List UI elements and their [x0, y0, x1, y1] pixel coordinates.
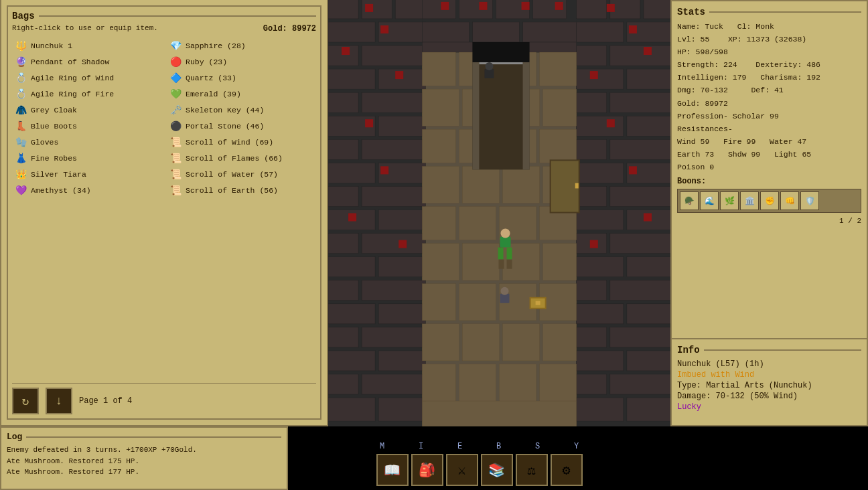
svg-rect-73 [577, 351, 624, 371]
item-icon: 🔱 [14, 39, 27, 52]
info-type: Type: Martial Arts (Nunchuk) [677, 381, 861, 390]
svg-rect-33 [378, 304, 425, 324]
item-name: Nunchuk 1 [31, 42, 72, 50]
svg-rect-30 [328, 280, 358, 301]
svg-rect-120 [462, 166, 499, 203]
svg-rect-79 [422, 0, 455, 19]
list-item[interactable]: 💚Emerald (39) [167, 86, 316, 102]
svg-rect-91 [365, 119, 373, 127]
info-panel: Info Nunchuk (L57) (1h) Imbued with Wind… [670, 339, 868, 426]
list-item[interactable]: 💜Amethyst (34) [12, 182, 161, 198]
stat-lvl-xp: Lvl: 55 XP: 11373 (32638) [677, 34, 861, 45]
svg-rect-19 [362, 139, 425, 159]
list-item[interactable]: 🧥Grey Cloak [12, 102, 161, 118]
boon-icon-7[interactable]: 🛡️ [800, 191, 819, 210]
svg-rect-41 [378, 398, 425, 421]
svg-rect-141 [500, 364, 536, 401]
svg-rect-106 [555, 2, 563, 10]
list-item[interactable]: 👗Fine Robes [12, 150, 161, 166]
refresh-button[interactable]: ↻ [12, 388, 39, 414]
hotbar-btn-b[interactable]: 📚 [481, 454, 513, 486]
hotbar-btn-y[interactable]: ⚙️ [551, 454, 583, 486]
hotbar-btn-e[interactable]: ⚔️ [446, 454, 478, 486]
svg-rect-40 [328, 398, 375, 421]
list-item[interactable]: 👢Blue Boots [12, 118, 161, 134]
item-name: Blue Boots [31, 122, 77, 131]
list-item[interactable]: 🔴Ruby (23) [167, 54, 316, 70]
svg-rect-47 [577, 46, 607, 66]
svg-rect-89 [342, 47, 350, 55]
svg-rect-37 [378, 351, 425, 371]
item-name: Scroll of Water (57) [186, 170, 278, 179]
item-name: Emerald (39) [186, 90, 241, 98]
svg-rect-5 [328, 0, 358, 19]
log-entry-1: Enemy defeated in 3 turns. +1700XP +70Go… [7, 444, 281, 456]
svg-rect-42 [577, 0, 607, 19]
bottom-center: M I E B S Y 📖 🎒 ⚔️ 📚 ⚖️ ⚙️ [288, 426, 670, 490]
item-name: Skeleton Key (44) [186, 106, 264, 114]
svg-rect-7 [395, 0, 425, 19]
svg-rect-151 [575, 183, 579, 188]
stats-panel: Stats Name: Tuck Cl: Monk Lvl: 55 XP: 11… [670, 0, 868, 339]
game-map [328, 0, 670, 426]
boon-icon-1[interactable]: 🪖 [680, 191, 699, 210]
item-name: Grey Cloak [31, 106, 77, 114]
hotbar-labels: M I E B S Y [366, 442, 593, 451]
list-item[interactable]: 📜Scroll of Earth (56) [167, 182, 316, 198]
hotbar-btn-s[interactable]: ⚖️ [516, 454, 548, 486]
svg-rect-53 [577, 116, 624, 136]
svg-rect-131 [422, 284, 455, 321]
list-item[interactable]: 🧤Gloves [12, 134, 161, 150]
list-item[interactable]: 📜Scroll of Water (57) [167, 166, 316, 182]
list-item[interactable]: 📜Scroll of Wind (69) [167, 134, 316, 150]
down-arrow-icon: ↓ [56, 394, 63, 408]
svg-rect-31 [362, 280, 425, 301]
svg-rect-107 [422, 52, 455, 86]
hotbar-btn-m[interactable]: 📖 [376, 454, 409, 486]
item-icon: 🧤 [14, 135, 27, 149]
list-item[interactable]: 💍Agile Ring of Fire [12, 86, 161, 102]
svg-rect-28 [328, 257, 375, 277]
log-panel: Log Enemy defeated in 3 turns. +1700XP +… [0, 426, 288, 490]
item-icon: 🔮 [14, 55, 27, 68]
list-item[interactable]: ⚫Portal Stone (46) [167, 118, 316, 134]
svg-point-159 [485, 62, 493, 70]
list-item[interactable]: 📜Scroll of Flames (66) [167, 150, 316, 166]
item-icon: 📜 [169, 183, 182, 197]
list-item[interactable]: 💎Sapphire (28) [167, 37, 316, 54]
svg-rect-83 [422, 22, 469, 42]
svg-rect-143 [422, 401, 576, 426]
svg-rect-36 [328, 351, 375, 371]
list-item[interactable]: 🔱Nunchuk 1 [12, 37, 161, 54]
bottom-bar: Log Enemy defeated in 3 turns. +1700XP +… [0, 426, 868, 490]
svg-rect-123 [422, 206, 455, 240]
boon-icon-2[interactable]: 🌊 [700, 191, 719, 210]
item-name: Gloves [31, 138, 58, 147]
svg-rect-121 [503, 166, 540, 203]
svg-rect-95 [607, 4, 615, 12]
list-item[interactable]: 🗝️Skeleton Key (44) [167, 102, 316, 118]
item-icon: 📜 [169, 167, 182, 181]
svg-rect-100 [629, 166, 637, 174]
svg-rect-87 [365, 4, 373, 12]
svg-rect-60 [610, 186, 670, 206]
list-item[interactable]: 🔮Pendant of Shadow [12, 54, 161, 70]
svg-rect-72 [610, 327, 670, 347]
boon-icon-4[interactable]: 🏛️ [740, 191, 759, 210]
svg-rect-56 [610, 139, 670, 159]
next-page-button[interactable]: ↓ [46, 388, 72, 414]
list-item[interactable]: 💍Agile Ring of Wind [12, 70, 161, 86]
svg-rect-114 [543, 89, 577, 126]
boon-icon-3[interactable]: 🌿 [720, 191, 739, 210]
hotbar-btn-i[interactable]: 🎒 [411, 454, 443, 486]
svg-rect-52 [610, 92, 670, 112]
boon-icon-6[interactable]: 👊 [780, 191, 799, 210]
item-icon: 👢 [14, 119, 27, 133]
list-item[interactable]: 👑Silver Tiara [12, 166, 161, 182]
boon-icon-5[interactable]: ✊ [760, 191, 779, 210]
item-icon: 📜 [169, 151, 182, 165]
bottom-right-spacer [670, 426, 868, 490]
list-item[interactable]: 🔷Quartz (33) [167, 70, 316, 86]
svg-rect-50 [627, 69, 670, 89]
item-icon: 💎 [169, 39, 182, 52]
